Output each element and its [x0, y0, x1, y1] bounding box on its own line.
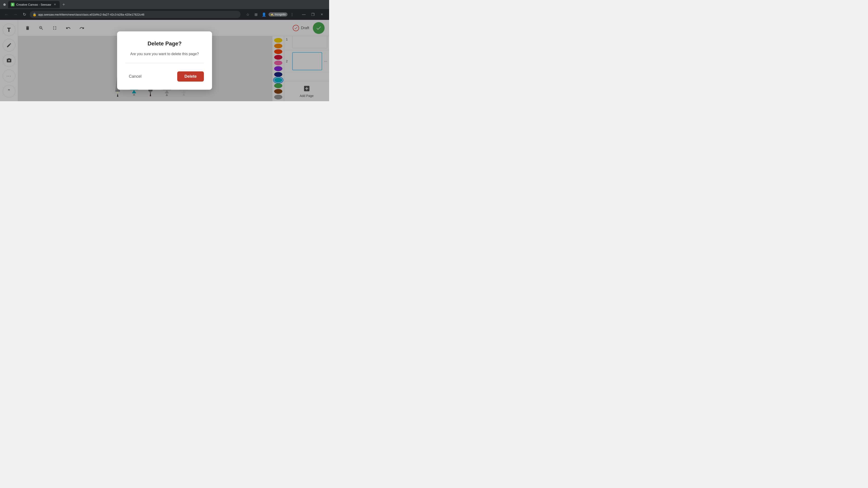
address-bar[interactable]: 🔒 app.seesaw.me/#/item/new/class/class.e… — [30, 11, 241, 18]
incognito-label: Incognito — [275, 13, 286, 16]
maximize-button[interactable]: ❐ — [308, 10, 317, 19]
app-container: T ··· " — [0, 20, 329, 101]
tab-bar: ⬟ S Creative Canvas - Seesaw × + — [0, 0, 329, 9]
modal-divider — [125, 63, 204, 63]
url-text: app.seesaw.me/#/item/new/class/class.e01… — [38, 13, 238, 16]
delete-button[interactable]: Delete — [177, 71, 204, 82]
browser-actions: ☆ ⊞ 👤 🕵 Incognito ⋮ — [244, 11, 296, 18]
delete-page-dialog: Delete Page? Are you sure you want to de… — [117, 31, 212, 90]
window-controls: — ❐ × — [299, 10, 327, 19]
address-bar-row: ← → ↻ 🔒 app.seesaw.me/#/item/new/class/c… — [0, 9, 329, 20]
forward-button[interactable]: → — [12, 11, 19, 18]
modal-body: Are you sure you want to delete this pag… — [130, 51, 199, 57]
cancel-button[interactable]: Cancel — [125, 72, 145, 80]
modal-overlay: Delete Page? Are you sure you want to de… — [0, 20, 329, 101]
incognito-icon: 🕵 — [270, 13, 274, 16]
tab-switcher[interactable]: ⬟ — [2, 2, 7, 7]
browser-chrome: ⬟ S Creative Canvas - Seesaw × + ← → ↻ 🔒… — [0, 0, 329, 20]
tab-favicon: S — [11, 3, 14, 6]
tab-close-button[interactable]: × — [53, 2, 57, 6]
incognito-badge: 🕵 Incognito — [269, 12, 287, 17]
back-button[interactable]: ← — [3, 11, 10, 18]
extensions-button[interactable]: ⊞ — [252, 11, 259, 18]
lock-icon: 🔒 — [33, 13, 36, 16]
modal-actions: Cancel Delete — [125, 70, 204, 82]
menu-button[interactable]: ⋮ — [288, 11, 296, 18]
minimize-button[interactable]: — — [299, 10, 308, 19]
reload-button[interactable]: ↻ — [21, 11, 28, 18]
close-window-button[interactable]: × — [317, 10, 327, 19]
profile-button[interactable]: 👤 — [260, 11, 268, 18]
modal-title: Delete Page? — [148, 40, 182, 47]
active-tab[interactable]: S Creative Canvas - Seesaw × — [8, 1, 60, 8]
bookmark-button[interactable]: ☆ — [244, 11, 251, 18]
tab-title: Creative Canvas - Seesaw — [16, 3, 51, 6]
new-tab-button[interactable]: + — [61, 1, 67, 8]
